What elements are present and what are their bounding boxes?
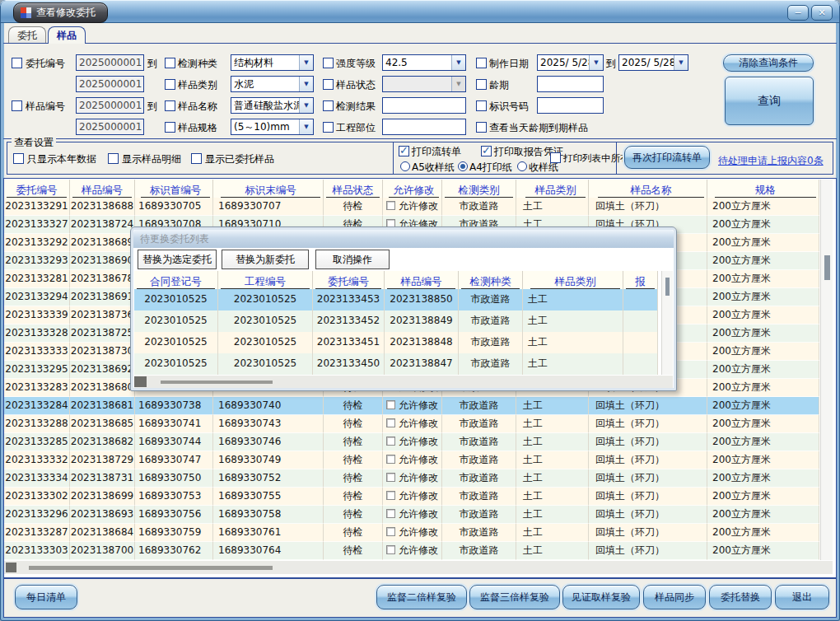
tag-no-checkbox[interactable] [476, 100, 487, 111]
vertical-scrollbar[interactable] [820, 180, 833, 560]
cancel-operation-button[interactable]: 取消操作 [315, 250, 390, 269]
horizontal-scrollbar-thumb[interactable] [29, 566, 273, 570]
tag-no-input[interactable] [537, 97, 604, 114]
dialog-table-row[interactable]: 2023010525202301052520231334532023138850… [134, 289, 658, 310]
table-row[interactable]: 2023133296202313869316893307561689330758… [4, 506, 819, 524]
strength-grade-select[interactable]: 42.5▼ [382, 54, 466, 71]
tab-yangpin[interactable]: 样品 [48, 26, 86, 44]
allow-edit-checkbox[interactable] [386, 545, 395, 554]
scrollbar-left-button[interactable] [6, 563, 16, 572]
replace-with-new-button[interactable]: 替换为新委托 [222, 250, 309, 269]
witness-sampling-recheck-button[interactable]: 见证取样复验 [562, 585, 640, 609]
allow-edit-cell[interactable]: 允许修改 [383, 198, 442, 216]
col-header-contract-no[interactable]: 合同登记号 [134, 271, 218, 289]
close-button[interactable]: ✕ [811, 5, 833, 21]
table-row[interactable]: 2023133287202313868416893307591689330761… [4, 524, 819, 542]
sample-category-select[interactable]: 水泥▼ [231, 76, 314, 92]
col-header-entrust-no[interactable]: 委托编号 [313, 271, 385, 289]
col-header-test-type[interactable]: 检测种类 [459, 271, 523, 289]
col-header-sample-name[interactable]: 样品名称 [589, 180, 707, 198]
table-row[interactable]: 2023133288202313868516893307411689330743… [4, 415, 819, 433]
pending-report-link[interactable]: 待处理申请上报内容0条 [718, 154, 824, 168]
sample-name-select[interactable]: 普通硅酸盐水泥▼ [231, 97, 314, 114]
dialog-table-row[interactable]: 2023010525202301052520231334502023138847… [134, 353, 658, 375]
table-row[interactable]: 2023133302202313869916893307531689330755… [4, 488, 819, 506]
allow-edit-checkbox[interactable] [386, 455, 395, 464]
allow-edit-checkbox[interactable] [386, 437, 395, 446]
sample-sync-button[interactable]: 样品同步 [643, 585, 706, 609]
project-part-checkbox[interactable] [323, 122, 334, 133]
allow-edit-cell[interactable]: 允许修改 [383, 415, 442, 433]
print-all-checkbox[interactable] [550, 152, 561, 163]
double-sample-recheck-button[interactable]: 监督二倍样复验 [376, 585, 467, 609]
sample-spec-select[interactable]: (5～10)mm▼ [231, 119, 314, 135]
allow-edit-cell[interactable]: 允许修改 [383, 469, 442, 488]
test-result-input[interactable] [382, 97, 466, 114]
strength-grade-checkbox[interactable] [323, 58, 334, 68]
dialog-horizontal-scrollbar[interactable] [134, 376, 673, 388]
dialog-scrollbar-left-button[interactable] [134, 376, 147, 387]
table-row[interactable]: 2023133291202313868816893307051689330707… [4, 198, 819, 216]
allow-edit-checkbox[interactable] [386, 400, 395, 409]
print-flow-checkbox[interactable] [399, 146, 409, 156]
make-date-from-picker[interactable]: 2025/ 5/28▼ [537, 54, 604, 71]
allow-edit-checkbox[interactable] [386, 418, 395, 427]
dialog-titlebar[interactable]: 待更换委托列表 [133, 230, 674, 248]
vertical-scrollbar-thumb[interactable] [824, 255, 830, 280]
exit-button[interactable]: 退出 [775, 585, 829, 609]
sample-status-checkbox[interactable] [323, 79, 334, 90]
age-input[interactable] [537, 76, 604, 92]
allow-edit-cell[interactable]: 允许修改 [383, 488, 442, 506]
col-header-entrust-no[interactable]: 委托编号 [4, 180, 70, 198]
search-button[interactable]: 查询 [725, 77, 814, 125]
dialog-horizontal-scrollbar-thumb[interactable] [161, 381, 273, 384]
sample-no-checkbox[interactable] [12, 100, 22, 111]
col-header-clipped[interactable]: 报 [623, 271, 658, 289]
test-type-select[interactable]: 结构材料▼ [231, 54, 314, 71]
allow-edit-cell[interactable]: 允许修改 [383, 433, 442, 451]
col-header-sample-category[interactable]: 样品类别 [523, 271, 623, 289]
reprint-flow-button[interactable]: 再次打印流转单 [624, 146, 710, 169]
table-row[interactable]: 2023133285202313868216893307441689330746… [4, 433, 819, 451]
project-part-input[interactable] [382, 119, 466, 135]
allow-edit-cell[interactable]: 允许修改 [383, 542, 442, 560]
table-row[interactable]: 2023133334202313873116893307501689330752… [4, 469, 819, 488]
make-date-to-picker[interactable]: 2025/ 5/28▼ [618, 54, 688, 71]
paper-a4-radio[interactable] [458, 161, 468, 171]
col-header-spec[interactable]: 规格 [707, 180, 819, 198]
allow-edit-cell[interactable]: 允许修改 [383, 397, 442, 415]
table-row[interactable]: 2023133303202313870016893307621689330764… [4, 542, 819, 560]
col-header-test-category[interactable]: 检测类别 [442, 180, 516, 198]
sample-name-checkbox[interactable] [165, 100, 175, 111]
tab-weituo[interactable]: 委托 [8, 26, 46, 44]
paper-a5-radio[interactable] [400, 161, 410, 171]
show-entrusted-checkbox[interactable] [191, 153, 202, 164]
entrust-no-to-input[interactable]: 2025000001 [76, 76, 144, 92]
sample-no-to-input[interactable]: 2025000001 [76, 119, 144, 135]
col-header-status[interactable]: 样品状态 [324, 180, 383, 198]
dialog-vertical-scrollbar[interactable] [661, 271, 673, 375]
col-header-sample-no[interactable]: 样品编号 [385, 271, 459, 289]
sample-category-checkbox[interactable] [165, 79, 175, 90]
entrust-no-checkbox[interactable] [12, 58, 22, 68]
table-row[interactable]: 2023133284202313868116893307381689330740… [4, 397, 819, 415]
col-header-allow-edit[interactable]: 允许修改 [383, 180, 442, 198]
allow-edit-checkbox[interactable] [386, 527, 395, 536]
clear-query-button[interactable]: 清除查询条件 [723, 54, 814, 72]
col-header-sample-no[interactable]: 样品编号 [70, 180, 135, 198]
dialog-table-row[interactable]: 2023010525202301052520231334512023138848… [134, 332, 658, 353]
allow-edit-checkbox[interactable] [386, 201, 395, 210]
make-date-checkbox[interactable] [476, 58, 487, 68]
allow-edit-cell[interactable]: 允许修改 [383, 524, 442, 542]
paper-receive-radio[interactable] [517, 161, 527, 171]
allow-edit-checkbox[interactable] [386, 473, 395, 482]
allow-edit-checkbox[interactable] [386, 509, 395, 518]
triple-sample-recheck-button[interactable]: 监督三倍样复验 [469, 585, 560, 609]
col-header-tag-last[interactable]: 标识末编号 [213, 180, 324, 198]
horizontal-scrollbar[interactable] [4, 561, 833, 574]
show-detail-checkbox[interactable] [108, 153, 119, 164]
only-this-year-checkbox[interactable] [13, 153, 24, 164]
entrust-no-from-input[interactable]: 2025000001 [76, 54, 144, 71]
test-type-checkbox[interactable] [165, 58, 175, 68]
test-result-checkbox[interactable] [323, 100, 334, 111]
